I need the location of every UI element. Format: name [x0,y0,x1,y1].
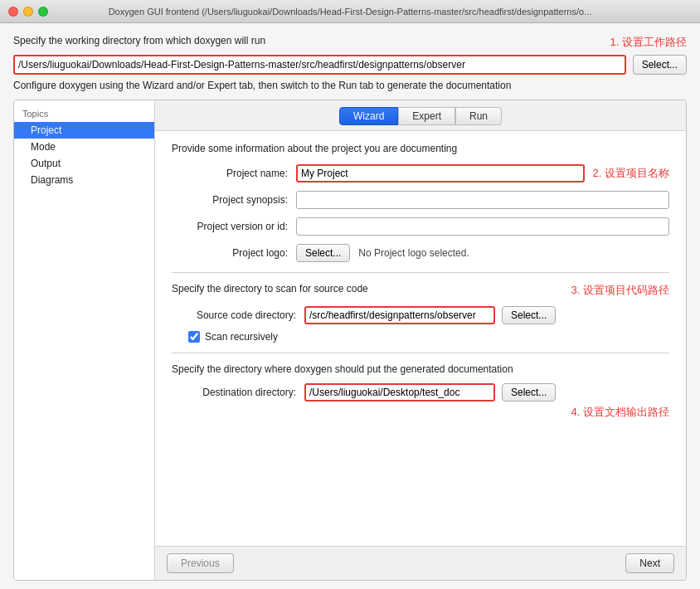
tab-wizard[interactable]: Wizard [339,107,398,125]
source-select-button[interactable]: Select... [502,306,556,324]
annotation-2: 2. 设置项目名称 [593,166,669,181]
dest-label: Destination directory: [172,387,304,398]
tab-bar: Wizard Expert Run [155,100,686,131]
working-dir-select-button[interactable]: Select... [633,55,687,75]
sidebar-item-output[interactable]: Output [14,155,154,172]
sidebar: Topics Project Mode Output Diagrams [14,100,155,580]
annotation-4-row: 4. 设置文档输出路径 [172,405,669,420]
dest-select-button[interactable]: Select... [502,383,556,402]
tab-run[interactable]: Run [455,107,502,125]
divider-2 [172,353,669,353]
project-logo-row: Project logo: Select... No Project logo … [172,244,669,262]
divider-1 [172,272,669,273]
sidebar-item-mode[interactable]: Mode [14,139,154,155]
window-content: Specify the working directory from which… [0,23,700,589]
destination-row: Destination directory: Select... [172,383,669,402]
scan-recursively-checkbox[interactable] [188,331,200,343]
scan-recursively-label: Scan recursively [205,331,278,343]
project-version-label: Project version or id: [172,221,296,232]
project-section-heading: Provide some information about the proje… [172,143,669,154]
bottom-bar: Previous Next [155,546,686,580]
working-dir-row: Select... [13,55,687,75]
next-button[interactable]: Next [625,553,674,573]
project-name-input[interactable] [296,164,585,183]
configure-text: Configure doxygen using the Wizard and/o… [13,80,687,91]
project-logo-no-text: No Project logo selected. [358,247,469,259]
project-version-input[interactable] [296,217,669,236]
annotation-4: 4. 设置文档输出路径 [571,405,669,420]
sidebar-topics-label: Topics [14,107,154,122]
source-code-label: Source code directory: [172,309,304,321]
scan-recursively-row: Scan recursively [188,331,669,343]
source-section-header: Specify the directory to scan for source… [172,283,669,298]
project-logo-label: Project logo: [172,247,296,259]
source-code-row: Source code directory: Select... [172,306,669,324]
close-button[interactable] [8,7,18,17]
previous-button[interactable]: Previous [167,553,234,573]
top-row1: Specify the working directory from which… [13,35,687,50]
sidebar-item-project[interactable]: Project [14,122,154,139]
source-code-input[interactable] [304,306,495,324]
titlebar-buttons [8,7,48,17]
main-area: Topics Project Mode Output Diagrams Wiza… [13,100,687,581]
tab-expert[interactable]: Expert [398,107,455,125]
right-panel: Wizard Expert Run Provide some informati… [155,100,686,580]
project-logo-select-button[interactable]: Select... [296,244,350,262]
minimize-button[interactable] [23,7,33,17]
project-name-row: Project name: 2. 设置项目名称 [172,164,669,183]
destination-input[interactable] [304,383,495,402]
project-version-row: Project version or id: [172,217,669,236]
annotation-3: 3. 设置项目代码路径 [571,283,669,298]
dest-section-heading: Specify the directory where doxygen shou… [172,363,669,375]
project-synopsis-input[interactable] [296,191,669,209]
project-synopsis-label: Project synopsis: [172,194,296,206]
annotation-1: 1. 设置工作路径 [610,35,687,50]
project-name-label: Project name: [172,168,296,179]
source-section-heading: Specify the directory to scan for source… [172,283,368,294]
working-dir-input[interactable] [13,55,626,75]
maximize-button[interactable] [38,7,48,17]
sidebar-item-diagrams[interactable]: Diagrams [14,172,154,188]
working-dir-label: Specify the working directory from which… [13,35,265,46]
window-title: Doxygen GUI frontend (/Users/liuguokai/D… [109,7,592,17]
panel-body: Provide some information about the proje… [155,131,686,546]
titlebar: Doxygen GUI frontend (/Users/liuguokai/D… [0,0,700,23]
project-synopsis-row: Project synopsis: [172,191,669,209]
top-section: Specify the working directory from which… [13,35,687,91]
